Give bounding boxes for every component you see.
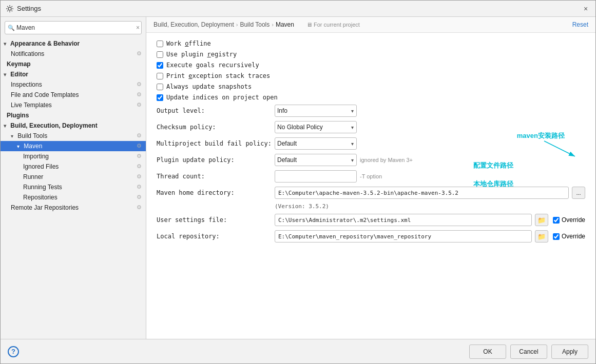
- sidebar-item-editor[interactable]: ▾ Editor: [1, 69, 146, 79]
- checkbox-row-print-exception: Print exception stack traces: [157, 72, 585, 79]
- ok-button[interactable]: OK: [469, 345, 506, 359]
- expand-icon: ▾: [4, 41, 9, 47]
- checkbox-row-update-indices: Update indices on project open: [157, 94, 585, 101]
- local-repo-input[interactable]: [275, 230, 532, 242]
- output-level-dropdown-container: Info Debug Error: [275, 105, 357, 117]
- checkbox-row-execute-goals: Execute goals recursively: [157, 62, 585, 69]
- sidebar-item-remote-jar-repos[interactable]: Remote Jar Repositories ⚙: [1, 203, 146, 213]
- print-exception-checkbox[interactable]: [157, 73, 163, 79]
- checkbox-row-work-offline: Work offline: [157, 40, 585, 47]
- local-repo-browse-button[interactable]: 📁: [535, 230, 548, 242]
- output-level-label: Output level:: [157, 107, 275, 114]
- expand-icon-editor: ▾: [4, 72, 9, 77]
- help-button[interactable]: ?: [8, 346, 19, 357]
- sidebar-item-runner[interactable]: Runner ⚙: [1, 172, 146, 182]
- user-settings-override-checkbox[interactable]: [553, 217, 560, 224]
- plugin-update-note: ignored by Maven 3+: [360, 157, 413, 163]
- expand-icon-maven: ▾: [17, 144, 22, 149]
- dialog-title: Settings: [17, 5, 41, 12]
- sidebar-item-maven[interactable]: ▾ Maven ⚙: [1, 141, 146, 151]
- sidebar-item-live-templates[interactable]: Live Templates ⚙: [1, 100, 146, 110]
- settings-icon: [6, 5, 14, 13]
- close-button[interactable]: ×: [581, 4, 590, 13]
- user-settings-browse-button[interactable]: 📁: [535, 214, 548, 226]
- sidebar-item-inspections[interactable]: Inspections ⚙: [1, 79, 146, 90]
- user-settings-input[interactable]: [275, 214, 532, 226]
- settings-dialog: Settings × 🔍 × ▾ Appearance & Behavior N…: [0, 0, 596, 364]
- apply-button[interactable]: Apply: [551, 345, 588, 359]
- thread-count-label: Thread count:: [157, 173, 275, 180]
- breadcrumb-path: Build, Execution, Deployment › Build Too…: [153, 21, 360, 28]
- gear-icon-file-code: ⚙: [137, 91, 142, 98]
- gear-icon-maven: ⚙: [137, 143, 142, 149]
- user-settings-override-label: Override: [562, 216, 585, 224]
- print-exception-label: Print exception stack traces: [166, 72, 270, 79]
- bottom-bar: ? OK Cancel Apply: [1, 339, 595, 363]
- local-repo-label: Local repository:: [157, 233, 275, 240]
- local-repo-override-checkbox[interactable]: [553, 233, 560, 240]
- gear-icon-repositories: ⚙: [137, 194, 142, 200]
- main-content: 🔍 × ▾ Appearance & Behavior Notification…: [1, 17, 595, 339]
- output-level-dropdown[interactable]: Info Debug Error: [275, 105, 357, 117]
- checkbox-row-always-update: Always update snapshots: [157, 83, 585, 90]
- breadcrumb: Build, Execution, Deployment › Build Too…: [146, 17, 595, 33]
- sidebar-item-keymap[interactable]: Keymap: [1, 59, 146, 69]
- sidebar-item-file-code-templates[interactable]: File and Code Templates ⚙: [1, 90, 146, 100]
- sidebar-item-notifications[interactable]: Notifications ⚙: [1, 49, 146, 59]
- checksum-policy-label: Checksum policy:: [157, 124, 275, 131]
- maven-version-text: (Version: 3.5.2): [275, 203, 585, 210]
- plugin-update-label: Plugin update policy:: [157, 156, 275, 164]
- project-label: 🖥 For current project: [306, 22, 360, 28]
- execute-goals-checkbox[interactable]: [157, 62, 163, 69]
- breadcrumb-sep-1: ›: [236, 22, 238, 28]
- update-indices-checkbox[interactable]: [157, 94, 163, 101]
- settings-tree: ▾ Appearance & Behavior Notifications ⚙ …: [1, 37, 146, 339]
- use-plugin-registry-label: Use plugin registry: [166, 51, 237, 58]
- gear-icon-running-tests: ⚙: [137, 184, 142, 190]
- sidebar-item-build-exec-deploy[interactable]: ▾ Build, Execution, Deployment: [1, 120, 146, 131]
- maven-home-browse-button[interactable]: ...: [572, 187, 585, 199]
- breadcrumb-part-3: Maven: [276, 21, 294, 28]
- thread-count-note: -T option: [360, 173, 382, 179]
- sidebar-item-running-tests[interactable]: Running Tests ⚙: [1, 182, 146, 192]
- multiproject-build-row: Multiproject build fail policy: Default …: [157, 137, 585, 150]
- multiproject-dropdown[interactable]: Default At End Never Fail Fast: [275, 137, 357, 150]
- cancel-button[interactable]: Cancel: [510, 345, 547, 359]
- checksum-policy-dropdown[interactable]: No Global Policy Fail Warn Ignore: [275, 121, 357, 133]
- gear-icon-runner: ⚙: [137, 173, 142, 180]
- thread-count-input[interactable]: [275, 170, 357, 183]
- update-indices-label: Update indices on project open: [166, 94, 278, 101]
- title-bar: Settings ×: [1, 1, 595, 17]
- multiproject-dropdown-container: Default At End Never Fail Fast: [275, 137, 357, 150]
- sidebar-item-importing[interactable]: Importing ⚙: [1, 151, 146, 161]
- sidebar-item-build-tools[interactable]: ▾ Build Tools ⚙: [1, 131, 146, 141]
- execute-goals-label: Execute goals recursively: [166, 62, 259, 69]
- user-settings-row: User settings file: 📁 Override: [157, 214, 585, 226]
- gear-icon-build-tools: ⚙: [137, 132, 142, 139]
- work-offline-label: Work offline: [166, 40, 211, 47]
- plugin-update-dropdown-container: Default Force Update Never Update: [275, 154, 357, 166]
- sidebar-item-plugins[interactable]: Plugins: [1, 110, 146, 120]
- plugin-update-dropdown[interactable]: Default Force Update Never Update: [275, 154, 357, 166]
- sidebar-item-ignored-files[interactable]: Ignored Files ⚙: [1, 161, 146, 172]
- gear-icon-importing: ⚙: [137, 153, 142, 159]
- svg-point-0: [8, 7, 11, 10]
- always-update-checkbox[interactable]: [157, 84, 163, 90]
- title-bar-left: Settings: [6, 5, 41, 13]
- use-plugin-registry-checkbox[interactable]: [157, 51, 163, 58]
- right-panel: Build, Execution, Deployment › Build Too…: [146, 17, 595, 339]
- bottom-left: ?: [8, 346, 465, 357]
- maven-home-input[interactable]: [275, 187, 569, 199]
- search-clear-button[interactable]: ×: [136, 24, 140, 31]
- maven-home-row: Maven home directory: ...: [157, 187, 585, 199]
- gear-icon-notifications: ⚙: [137, 50, 142, 57]
- work-offline-checkbox[interactable]: [157, 41, 163, 47]
- sidebar-item-appearance[interactable]: ▾ Appearance & Behavior: [1, 38, 146, 49]
- search-input[interactable]: [5, 21, 142, 34]
- breadcrumb-sep-2: ›: [272, 22, 274, 28]
- project-icon: 🖥: [306, 22, 312, 28]
- reset-button[interactable]: Reset: [572, 21, 588, 28]
- settings-area: Work offline Use plugin registry Execute…: [146, 33, 595, 339]
- checksum-policy-row: Checksum policy: No Global Policy Fail W…: [157, 121, 585, 133]
- sidebar-item-repositories[interactable]: Repositories ⚙: [1, 192, 146, 203]
